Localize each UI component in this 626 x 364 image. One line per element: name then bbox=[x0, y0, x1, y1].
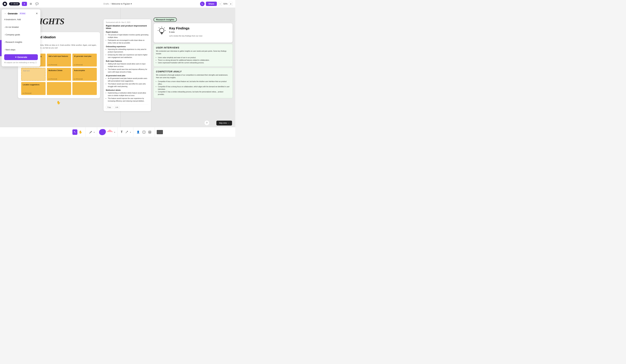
svg-point-0 bbox=[4, 3, 6, 5]
brainstorm-card-title: Rapid ideation bbox=[34, 35, 97, 39]
competitor-analysis-card: COMPETITOR ANALY We conducted a thorough… bbox=[154, 68, 233, 98]
brainstorm-card-duration: 6 min bbox=[34, 40, 97, 42]
topbar-left: ⏱ 06:00 ✦ ⊞ 💬 bbox=[2, 1, 39, 6]
generate-panel: ← Generate AI beta ✕ A brainstorm. Add -… bbox=[2, 9, 40, 66]
hand-tool-button[interactable]: ✋ bbox=[78, 129, 83, 135]
help-button[interactable]: ? bbox=[204, 120, 209, 125]
sticky-note[interactable] bbox=[72, 82, 97, 95]
device-preview-screen bbox=[157, 130, 163, 134]
research-tag: Research insights bbox=[154, 17, 177, 22]
summary-meta: Summarized with AI • Nov 5, 2023 bbox=[106, 22, 149, 23]
person-tool-button[interactable]: 👤 bbox=[135, 130, 141, 135]
timer-value: 06:00 bbox=[13, 3, 18, 5]
summary-link-button[interactable]: Link bbox=[114, 106, 119, 109]
competitor-list: Competitor A has a more robust feature s… bbox=[156, 80, 230, 96]
cursor-hand: ✋ bbox=[56, 100, 61, 105]
prompt-line-nextsteps[interactable]: - Next steps bbox=[4, 48, 38, 51]
key-findings-desc: Let's review the key findings from our r… bbox=[169, 35, 202, 37]
info-icon[interactable]: ⓘ bbox=[35, 61, 37, 64]
sticky-note[interactable]: Location suggestions Liz (Personal) bbox=[21, 82, 45, 95]
shape-chevron[interactable]: ▲ bbox=[114, 131, 116, 133]
zoom-in-button[interactable]: + bbox=[229, 2, 233, 6]
user-interviews-card: USER INTERVIEWS We conducted user interv… bbox=[154, 44, 233, 67]
share-button[interactable]: Share bbox=[206, 2, 217, 6]
sticky-note[interactable]: Multiselect Delete Liz (Personal) bbox=[47, 68, 71, 81]
prompt-line-research[interactable]: - Research insights bbox=[4, 40, 38, 44]
panel-close-button[interactable]: ✕ bbox=[36, 12, 38, 15]
breadcrumb: Drafts / Welcome to FigJam ▾ bbox=[103, 2, 132, 5]
other-tools: 👤 bbox=[133, 127, 155, 137]
svg-point-10 bbox=[159, 28, 164, 33]
zoom-level[interactable]: 50% bbox=[223, 2, 228, 5]
panel-back-button[interactable]: ← bbox=[4, 12, 6, 15]
connector-chevron[interactable]: ▲ bbox=[130, 131, 131, 133]
brainstorm-card-text: Rapid ideation 6 min Grab a sticky. Writ… bbox=[34, 35, 97, 52]
svg-rect-19 bbox=[143, 131, 145, 133]
frame-tool-button[interactable] bbox=[141, 130, 147, 135]
breadcrumb-separator: / bbox=[110, 2, 111, 5]
user-interviews-text: We conducted user interviews to gather i… bbox=[156, 50, 230, 55]
ai-spark-button[interactable]: ✦ bbox=[22, 2, 27, 6]
user-interviews-list: Users value simplicity and ease of use i… bbox=[156, 56, 230, 64]
panel-title-group: ← Generate AI beta bbox=[4, 12, 26, 15]
summary-section-rapid: Rapid ideation The process of rapid idea… bbox=[106, 31, 149, 44]
svg-line-13 bbox=[159, 28, 159, 28]
summary-panel: Summarized with AI • Nov 5, 2023 Rapid i… bbox=[103, 19, 151, 111]
competitor-title: COMPETITOR ANALY bbox=[156, 70, 230, 73]
device-preview[interactable] bbox=[157, 130, 163, 134]
avatar[interactable]: L bbox=[200, 2, 205, 6]
summary-section-title: Rapid ideation bbox=[106, 31, 149, 33]
summary-section-multiselect: Multiselect delete Implementing a multis… bbox=[106, 89, 149, 102]
purple-shape-preview[interactable] bbox=[99, 129, 106, 135]
user-interviews-title: USER INTERVIEWS bbox=[156, 46, 230, 49]
text-connector-tools: T ▲ bbox=[117, 127, 133, 137]
breadcrumb-drafts[interactable]: Drafts bbox=[103, 2, 109, 5]
sticky-note[interactable] bbox=[47, 82, 71, 95]
breadcrumb-arrow: ▾ bbox=[131, 2, 132, 5]
zoom-control: − 50% + bbox=[218, 2, 233, 6]
skip-intro-button[interactable]: Skip intro → bbox=[216, 121, 232, 125]
key-findings-duration: 5 min bbox=[169, 31, 202, 33]
timer-icon: ⏱ bbox=[11, 3, 13, 5]
pink-shape-preview[interactable] bbox=[107, 130, 113, 135]
canvas: ← Generate AI beta ✕ A brainstorm. Add -… bbox=[0, 8, 235, 137]
summary-title: Rapid ideation and product improvement i… bbox=[106, 25, 149, 29]
summary-section-bulk: Bulk input features Adding bulk input fe… bbox=[106, 60, 149, 73]
connector-button[interactable] bbox=[124, 130, 130, 135]
research-card: Key Findings 5 min Let's review the key … bbox=[154, 23, 233, 43]
text-tool-button[interactable]: T bbox=[119, 129, 124, 135]
table-tool-button[interactable] bbox=[147, 130, 153, 135]
cursor-tools: ↖ ✋ bbox=[71, 127, 86, 137]
device-preview-tools bbox=[155, 127, 165, 137]
zoom-out-button[interactable]: − bbox=[218, 2, 222, 6]
research-bulb-icon bbox=[157, 27, 167, 37]
pen-tools: ▲ bbox=[86, 127, 97, 137]
summary-list: Improving the onboarding experience is a… bbox=[106, 48, 149, 59]
prompt-line-company[interactable]: - Company goals bbox=[4, 33, 38, 36]
sticky-note-empty[interactable]: Add text bbox=[21, 68, 45, 81]
key-findings-title: Key Findings bbox=[169, 27, 202, 30]
pen-button[interactable] bbox=[88, 130, 93, 135]
panel-header: ← Generate AI beta ✕ bbox=[4, 12, 38, 15]
summary-section-title: Onboarding experience bbox=[106, 45, 149, 47]
brainstorm-card-desc: Grab a sticky. Write an idea on it. Grab… bbox=[34, 44, 97, 49]
chat-button[interactable]: 💬 bbox=[35, 1, 39, 6]
sticky-note[interactable]: Autocomplete Liz (Personal) bbox=[72, 68, 97, 81]
cursor-tool-button[interactable]: ↖ bbox=[72, 129, 78, 135]
sticky-note[interactable]: AI generate meal plan Liz (Personal) bbox=[72, 54, 97, 67]
timer-badge: ⏱ 06:00 bbox=[9, 2, 20, 5]
bottom-toolbar: ↖ ✋ ▲ ▲ T bbox=[0, 127, 235, 137]
breadcrumb-file[interactable]: Welcome to FigJam ▾ bbox=[112, 2, 132, 5]
research-section: Research insights bbox=[154, 17, 233, 98]
generate-button[interactable]: ✦ Generate bbox=[4, 54, 38, 60]
figma-logo[interactable] bbox=[2, 2, 7, 6]
summary-list: The process of rapid ideation involves q… bbox=[106, 34, 149, 44]
prompt-line-icebreaker[interactable]: - An ice breaker bbox=[4, 25, 38, 29]
sticky-note[interactable]: Add a bulk input features Liz (Personal) bbox=[47, 54, 71, 67]
panel-title-label: Generate bbox=[8, 12, 18, 15]
summary-copy-button[interactable]: Copy bbox=[106, 106, 113, 109]
pen-chevron[interactable]: ▲ bbox=[93, 131, 95, 133]
layout-button[interactable]: ⊞ bbox=[29, 1, 33, 6]
summary-section-title: AI-generated meal plan bbox=[106, 74, 149, 76]
summary-list: Implementing a multiselect delete featur… bbox=[106, 92, 149, 102]
